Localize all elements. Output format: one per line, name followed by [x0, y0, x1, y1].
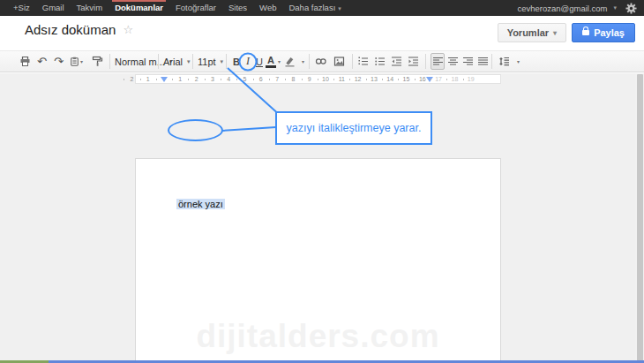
text-color-button[interactable]: A: [266, 56, 276, 68]
web-clipboard-button[interactable]: ▾: [70, 54, 86, 69]
align-right-button[interactable]: [461, 53, 475, 70]
chevron-down-icon: ▾: [553, 29, 557, 37]
increase-indent-button[interactable]: [408, 54, 419, 69]
undo-button[interactable]: ↶: [36, 54, 48, 69]
bulleted-list-button[interactable]: [374, 54, 386, 69]
ruler-tick: [302, 79, 303, 80]
chevron-down-icon[interactable]: ▾: [613, 4, 617, 11]
ruler-tick: [205, 79, 206, 80]
font-size-dropdown[interactable]: 11pt ▾: [198, 54, 221, 69]
title-row: Adsız doküman ☆: [25, 22, 133, 37]
bold-button[interactable]: B: [231, 54, 242, 69]
insert-image-button[interactable]: [333, 54, 346, 69]
ruler-number: 19: [468, 76, 475, 82]
topbar-item[interactable]: Fotoğraflar: [169, 0, 222, 16]
ruler-tick: [349, 79, 350, 80]
google-topbar: +SizGmailTakvimDokümanlarFotoğraflarSite…: [0, 0, 644, 16]
ruler-tick: [333, 79, 334, 80]
ruler-tick: [253, 79, 254, 80]
ruler-tick: [140, 79, 141, 80]
ruler-number: 16: [419, 76, 426, 82]
decrease-indent-button[interactable]: [391, 54, 402, 69]
document-canvas: dijitalders.com örnek yazı: [0, 73, 644, 363]
ruler-tick: [172, 79, 173, 80]
ruler-strip[interactable]: 2112345678910111213141516171819: [135, 74, 501, 84]
share-button[interactable]: Paylaş: [572, 23, 635, 42]
italic-label: I: [246, 55, 250, 68]
align-justify-button[interactable]: [476, 53, 490, 70]
chevron-down-icon[interactable]: ▾: [302, 58, 304, 64]
chevron-down-icon[interactable]: ▾: [278, 58, 281, 64]
font-value: Arial: [163, 57, 183, 67]
ruler-number: 15: [403, 76, 410, 82]
ruler-tick: [366, 79, 367, 80]
topbar-item[interactable]: Dokümanlar: [109, 0, 169, 16]
toolbar-separator: [309, 54, 310, 69]
font-size-value: 11pt: [198, 57, 216, 67]
document-title[interactable]: Adsız doküman: [25, 22, 116, 37]
chevron-down-icon: ▾: [187, 58, 191, 65]
star-icon[interactable]: ☆: [123, 23, 133, 36]
vertical-scrollbar[interactable]: [635, 73, 644, 363]
ruler-number: 14: [386, 76, 393, 82]
align-center-button[interactable]: [446, 53, 460, 70]
paint-format-button[interactable]: [92, 54, 103, 69]
scrollbar-thumb[interactable]: [637, 74, 643, 361]
toolbar-separator: [158, 54, 159, 69]
topbar-item[interactable]: +Siz: [7, 0, 36, 16]
italic-button[interactable]: I: [243, 54, 253, 69]
line-spacing-button[interactable]: [497, 54, 511, 69]
ruler-number: 5: [243, 76, 247, 82]
ruler-number: 8: [291, 76, 295, 82]
topbar-account-area: cevherozan@gmail.com ▾: [517, 0, 644, 16]
ruler-tick: [156, 79, 157, 80]
watermark: dijitalders.com: [136, 318, 500, 355]
ruler-number: 1: [146, 76, 150, 82]
ruler-number: 12: [355, 76, 362, 82]
topbar-item[interactable]: Gmail: [36, 0, 71, 16]
toolbar-separator: [109, 54, 110, 69]
left-margin-marker[interactable]: [161, 77, 168, 82]
ruler-tick: [285, 79, 286, 80]
topbar-nav: +SizGmailTakvimDokümanlarFotoğraflarSite…: [0, 0, 348, 16]
underline-button[interactable]: U: [254, 54, 265, 69]
header-actions: Yorumlar ▾ Paylaş: [498, 23, 635, 42]
ruler-number: 7: [275, 76, 279, 82]
ruler-tick: [446, 79, 447, 80]
ruler-number: 4: [227, 76, 230, 82]
styles-dropdown[interactable]: Normal m... ▾: [115, 54, 154, 69]
sample-text[interactable]: örnek yazı: [176, 199, 225, 209]
align-left-button[interactable]: [431, 53, 445, 70]
ruler-number: 6: [259, 76, 263, 82]
font-dropdown[interactable]: Arial ▾: [163, 54, 188, 69]
numbered-list-button[interactable]: [357, 54, 369, 69]
ruler-number: 3: [211, 76, 214, 82]
ruler-number: 11: [339, 76, 345, 82]
redo-button[interactable]: ↷: [53, 54, 64, 69]
comments-label: Yorumlar: [507, 27, 549, 38]
ruler-tick: [124, 79, 124, 80]
comments-button[interactable]: Yorumlar ▾: [498, 23, 567, 42]
toolbar-separator: [192, 54, 193, 69]
print-button[interactable]: [19, 54, 31, 69]
highlight-color-button[interactable]: [284, 54, 296, 69]
topbar-item[interactable]: Sites: [222, 0, 253, 16]
ruler-number: 2: [130, 76, 133, 82]
ruler-tick: [398, 79, 399, 80]
gear-icon[interactable]: [625, 3, 637, 14]
insert-link-button[interactable]: [314, 54, 327, 69]
lock-icon: [582, 30, 589, 35]
chevron-down-icon[interactable]: ▾: [517, 58, 520, 64]
toolbar: ↶ ↷ ▾ Normal m... ▾ Arial ▾ 11pt ▾ B I: [0, 50, 644, 72]
ruler-number: 1: [178, 76, 182, 82]
account-email[interactable]: cevherozan@gmail.com: [517, 4, 607, 13]
document-page[interactable]: dijitalders.com örnek yazı: [135, 158, 501, 363]
topbar-item[interactable]: Takvim: [71, 0, 109, 16]
ruler-tick: [236, 79, 237, 80]
topbar-item[interactable]: Web: [253, 0, 282, 16]
ruler-tick: [382, 79, 383, 80]
ruler-tick: [188, 79, 189, 80]
redo-icon: ↷: [54, 56, 64, 67]
topbar-item[interactable]: Daha fazlası▾: [282, 0, 347, 16]
toolbar-separator: [226, 54, 227, 69]
